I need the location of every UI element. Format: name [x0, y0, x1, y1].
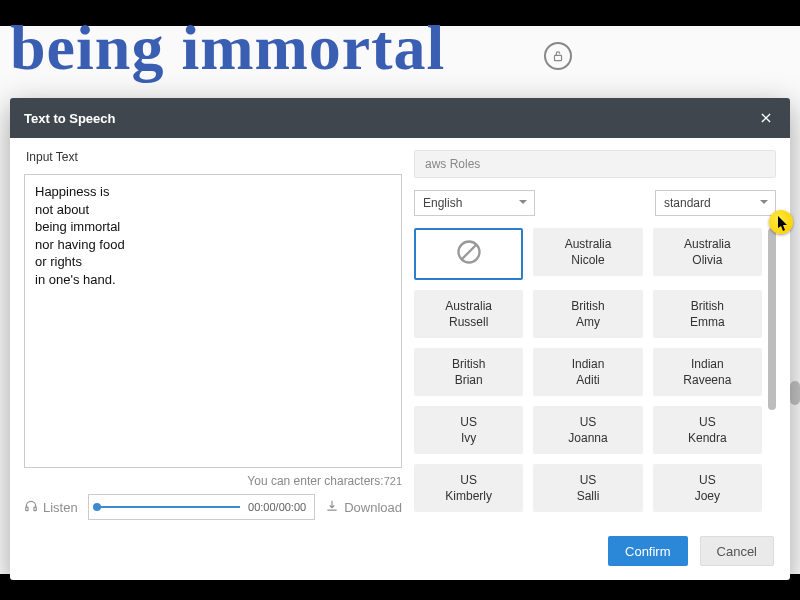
voice-name: Aditi [576, 372, 599, 388]
download-icon [325, 499, 339, 516]
chevron-down-icon [518, 196, 528, 210]
voice-region: Australia [445, 298, 492, 314]
voice-list-wrap: AustraliaNicoleAustraliaOliviaAustraliaR… [414, 228, 776, 520]
voice-name: Olivia [692, 252, 722, 268]
voice-card[interactable]: IndianRaveena [653, 348, 762, 396]
voice-name: Salli [577, 488, 600, 504]
voice-region: US [460, 414, 477, 430]
language-select[interactable]: English [414, 190, 535, 216]
audio-controls: Listen 00:00/00:00 Downloa [24, 494, 402, 520]
cancel-label: Cancel [717, 544, 757, 559]
voice-card[interactable]: BritishEmma [653, 290, 762, 338]
modal-backdrop: Text to Speech Input Text Happiness is n… [0, 26, 800, 574]
voice-name: Joey [695, 488, 720, 504]
language-selected: English [423, 196, 462, 210]
voice-name: Kendra [688, 430, 727, 446]
selects-row: English standard [414, 190, 776, 216]
listen-label: Listen [43, 500, 78, 515]
tts-modal: Text to Speech Input Text Happiness is n… [10, 98, 790, 580]
voice-card[interactable] [414, 228, 523, 280]
voice-scroll-thumb[interactable] [768, 228, 776, 410]
voice-pane: aws Roles English standard Austral [414, 150, 776, 520]
seek-thumb[interactable] [93, 503, 101, 511]
download-label: Download [344, 500, 402, 515]
voice-region: British [571, 298, 604, 314]
modal-title: Text to Speech [24, 111, 116, 126]
listen-button[interactable]: Listen [24, 499, 78, 516]
voice-region: US [699, 414, 716, 430]
voice-card[interactable]: USJoanna [533, 406, 642, 454]
voice-region: British [691, 298, 724, 314]
voice-name: Joanna [568, 430, 607, 446]
input-textarea[interactable]: Happiness is not about being immortal no… [24, 174, 402, 468]
headphones-icon [24, 499, 38, 516]
voice-card[interactable]: AustraliaNicole [533, 228, 642, 276]
voice-name: Brian [455, 372, 483, 388]
voice-region: US [460, 472, 477, 488]
confirm-label: Confirm [625, 544, 671, 559]
voice-name: Raveena [683, 372, 731, 388]
cancel-button[interactable]: Cancel [700, 536, 774, 566]
voice-region: Indian [691, 356, 724, 372]
modal-footer: Confirm Cancel [10, 526, 790, 580]
input-pane: Input Text Happiness is not about being … [24, 150, 402, 520]
voice-name: Nicole [571, 252, 604, 268]
voice-region: Indian [572, 356, 605, 372]
voice-card[interactable]: USJoey [653, 464, 762, 512]
close-button[interactable] [756, 108, 776, 128]
time-display: 00:00/00:00 [248, 501, 306, 513]
voice-name: Amy [576, 314, 600, 330]
modal-body: Input Text Happiness is not about being … [10, 138, 790, 526]
char-hint-count: 721 [384, 475, 402, 487]
voice-card[interactable]: USKendra [653, 406, 762, 454]
aws-roles-placeholder: aws Roles [425, 157, 480, 171]
voice-name: Ivy [461, 430, 476, 446]
seek-track [97, 506, 240, 508]
voice-name: Emma [690, 314, 725, 330]
voice-name: Kimberly [445, 488, 492, 504]
voice-card[interactable]: BritishAmy [533, 290, 642, 338]
voice-card[interactable]: USSalli [533, 464, 642, 512]
voice-card[interactable]: USKimberly [414, 464, 523, 512]
quality-select[interactable]: standard [655, 190, 776, 216]
svg-rect-1 [26, 507, 28, 511]
page-background: being immortal Text to Speech Input Text… [0, 26, 800, 574]
voice-region: British [452, 356, 485, 372]
char-count-hint: You can enter characters:721 [24, 474, 402, 488]
voice-card[interactable]: BritishBrian [414, 348, 523, 396]
voice-card[interactable]: IndianAditi [533, 348, 642, 396]
quality-selected: standard [664, 196, 711, 210]
voice-region: US [580, 414, 597, 430]
voice-region: US [699, 472, 716, 488]
voice-card[interactable]: AustraliaOlivia [653, 228, 762, 276]
audio-seek[interactable]: 00:00/00:00 [88, 494, 315, 520]
voice-region: US [580, 472, 597, 488]
char-hint-prefix: You can enter characters: [247, 474, 383, 488]
chevron-down-icon [759, 196, 769, 210]
download-button[interactable]: Download [325, 499, 402, 516]
voice-grid: AustraliaNicoleAustraliaOliviaAustraliaR… [414, 228, 776, 512]
voice-card[interactable]: AustraliaRussell [414, 290, 523, 338]
aws-roles-input[interactable]: aws Roles [414, 150, 776, 178]
confirm-button[interactable]: Confirm [608, 536, 688, 566]
no-voice-icon [455, 238, 483, 270]
svg-rect-2 [34, 507, 36, 511]
input-text-label: Input Text [26, 150, 402, 164]
voice-region: Australia [684, 236, 731, 252]
voice-region: Australia [565, 236, 612, 252]
voice-card[interactable]: USIvy [414, 406, 523, 454]
voice-name: Russell [449, 314, 488, 330]
modal-header: Text to Speech [10, 98, 790, 138]
